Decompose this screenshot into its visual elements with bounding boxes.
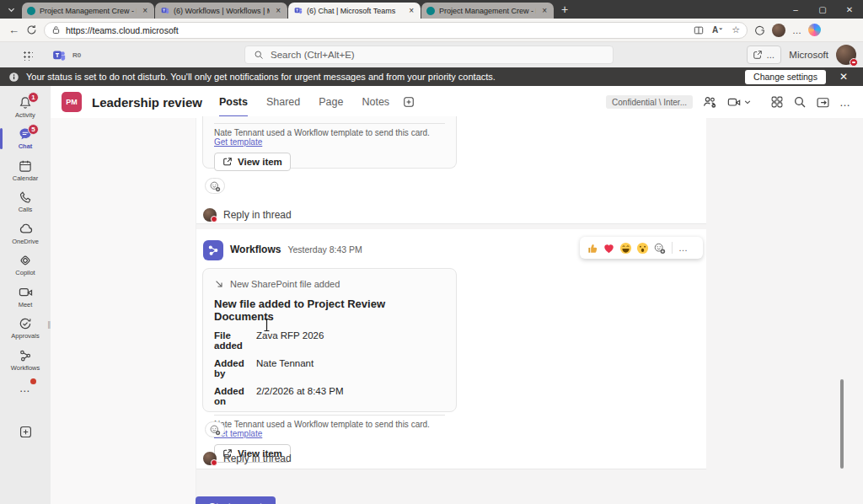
search-placeholder: Search (Ctrl+Alt+E) xyxy=(271,50,355,60)
url-bar[interactable]: https://teams.cloud.microsoft A⌄ ☆ xyxy=(44,22,748,39)
tab-close-icon[interactable]: × xyxy=(407,6,415,15)
meet-now-icon[interactable] xyxy=(726,94,751,110)
dnd-banner: Your status is set to do not disturb. Yo… xyxy=(0,67,863,86)
sharepoint-favicon xyxy=(27,7,35,15)
channel-header: PM Leadership review Posts Shared Page N… xyxy=(51,86,863,118)
banner-message: Your status is set to do not disturb. Yo… xyxy=(26,72,496,82)
add-reaction-icon xyxy=(209,424,221,436)
open-detail-icon[interactable] xyxy=(816,95,830,110)
card-field: Added on 2/2/2026 at 8:43 PM xyxy=(214,386,445,406)
read-aloud-icon[interactable]: A⌄ xyxy=(712,24,723,35)
add-tab-icon[interactable] xyxy=(403,96,415,108)
tab-page[interactable]: Page xyxy=(319,86,343,118)
add-reaction-icon[interactable] xyxy=(653,242,666,255)
card-footer-text: Nate Tennant used a Workflow template to… xyxy=(214,128,430,137)
rail-item-copilot[interactable]: Copilot xyxy=(0,249,51,281)
banner-close-icon[interactable]: ✕ xyxy=(833,71,855,83)
card-title: New file added to Project Review Documen… xyxy=(214,298,445,323)
text-cursor xyxy=(262,318,271,332)
add-reaction-chip[interactable] xyxy=(205,421,225,437)
message-group-workflows: … Workflows Yesterday 8:43 PM New ShareP… xyxy=(196,229,706,469)
minimize-button[interactable]: – xyxy=(782,0,809,19)
copilot-icon[interactable] xyxy=(808,24,821,36)
cloud-icon xyxy=(18,221,34,237)
change-settings-button[interactable]: Change settings xyxy=(745,70,826,84)
laugh-emoji[interactable] xyxy=(619,242,632,255)
browser-more-icon[interactable]: … xyxy=(792,25,801,35)
channel-avatar[interactable]: PM xyxy=(62,92,82,112)
heart-emoji[interactable] xyxy=(603,242,615,255)
rail-item-approvals[interactable]: Approvals xyxy=(0,313,51,345)
ring-label: R0 xyxy=(72,51,81,59)
pop-out-icon[interactable] xyxy=(753,50,763,60)
browser-tab-3-active[interactable]: (6) Chat | Microsoft Teams × xyxy=(288,3,421,19)
sensitivity-label[interactable]: Confidential \ Inter... xyxy=(606,95,693,109)
teams-more-icon[interactable]: … xyxy=(766,51,775,60)
browser-essentials-icon[interactable] xyxy=(754,24,765,35)
rail-item-workflows[interactable]: Workflows xyxy=(0,344,51,376)
back-icon[interactable]: ← xyxy=(8,24,19,36)
card-field: File added Zava RFP 2026 xyxy=(214,330,445,351)
tab-shared[interactable]: Shared xyxy=(266,86,300,118)
search-input[interactable]: Search (Ctrl+Alt+E) xyxy=(244,46,614,64)
new-tab-button[interactable]: + xyxy=(561,3,568,16)
close-window-button[interactable]: ✕ xyxy=(836,0,863,19)
channel-search-icon[interactable] xyxy=(793,95,807,109)
rail-item-activity[interactable]: Activity 1 xyxy=(0,91,51,123)
window-controls: – ▢ ✕ xyxy=(782,0,863,19)
get-template-link[interactable]: Get template xyxy=(214,137,262,147)
rail-item-onedrive[interactable]: OneDrive xyxy=(0,217,51,249)
browser-tab-4[interactable]: Project Management Crew - Road × xyxy=(421,3,554,19)
teams-profile-avatar[interactable] xyxy=(836,45,856,65)
view-item-button[interactable]: View item xyxy=(214,153,291,171)
tab-close-icon[interactable]: × xyxy=(274,6,282,15)
start-post-button[interactable]: Start a post xyxy=(196,496,276,504)
card-field: Added by Nate Tennant xyxy=(214,358,445,378)
add-people-icon[interactable] xyxy=(702,94,717,110)
tab-search-chevron-icon[interactable] xyxy=(0,0,22,19)
add-reaction-chip[interactable] xyxy=(205,178,225,194)
channel-more-icon[interactable]: … xyxy=(839,96,851,109)
browser-tab-1[interactable]: Project Management Crew - Proje × xyxy=(22,3,154,19)
rail-item-meet[interactable]: Meet xyxy=(0,281,51,313)
channel-title: Leadership review xyxy=(92,95,202,110)
tab-notes[interactable]: Notes xyxy=(362,86,389,118)
rail-add-app-button[interactable] xyxy=(0,420,51,445)
more-apps-notification-dot xyxy=(30,378,36,384)
approvals-icon xyxy=(18,316,33,331)
split-screen-icon[interactable] xyxy=(694,25,704,35)
chevron-down-icon xyxy=(744,99,751,105)
workflows-bot-avatar[interactable] xyxy=(203,240,223,260)
message-more-icon[interactable]: … xyxy=(678,243,689,253)
posts-area: Nate Tennant used a Workflow template to… xyxy=(51,118,863,504)
more-apps-dots-icon: … xyxy=(19,386,32,391)
app-launcher-waffle-icon[interactable] xyxy=(22,50,33,61)
tab-posts[interactable]: Posts xyxy=(219,86,248,118)
tab-title: (6) Chat | Microsoft Teams xyxy=(307,7,403,15)
maximize-button[interactable]: ▢ xyxy=(809,0,836,19)
reply-avatar xyxy=(203,208,217,222)
surprised-emoji[interactable] xyxy=(636,242,649,255)
open-external-icon xyxy=(222,157,233,167)
sender-name[interactable]: Workflows xyxy=(230,244,281,255)
browser-tab-2[interactable]: (6) Workflows | Workflows | Micro × xyxy=(155,3,287,19)
reply-in-thread[interactable]: Reply in thread xyxy=(203,452,292,465)
scrollbar-thumb[interactable] xyxy=(840,379,844,469)
refresh-icon[interactable] xyxy=(26,24,37,35)
rail-item-calendar[interactable]: Calendar xyxy=(0,154,51,186)
message-group-top: Nate Tennant used a Workflow template to… xyxy=(196,118,706,224)
thumbs-up-emoji[interactable] xyxy=(586,242,598,255)
workflow-card-top: Nate Tennant used a Workflow template to… xyxy=(202,116,457,169)
site-permissions-icon[interactable] xyxy=(51,25,61,35)
tab-close-icon[interactable]: × xyxy=(141,6,149,15)
tab-close-icon[interactable]: × xyxy=(540,6,549,15)
pop-out-and-more-box[interactable]: … xyxy=(747,46,781,64)
rail-item-calls[interactable]: Calls xyxy=(0,186,51,218)
reply-in-thread[interactable]: Reply in thread xyxy=(203,208,292,222)
apps-grid-icon[interactable] xyxy=(770,95,784,109)
collapsed-list-pane xyxy=(51,118,196,504)
browser-profile-avatar[interactable] xyxy=(772,24,785,37)
rail-item-chat[interactable]: Chat 5 xyxy=(0,123,51,155)
rail-item-more-apps[interactable]: … xyxy=(0,376,51,401)
favorites-star-icon[interactable]: ☆ xyxy=(732,24,740,35)
